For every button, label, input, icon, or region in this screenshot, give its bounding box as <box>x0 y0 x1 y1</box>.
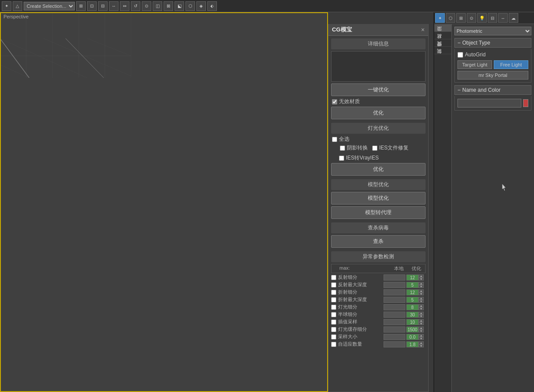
param-rows: 反射细分 12 ▲ ▼ 反射最大深度 5 ▲ ▼ 折射细分 <box>331 274 426 347</box>
param-spin-up-2[interactable]: ▲ <box>419 289 424 292</box>
param-spin-up-7[interactable]: ▲ <box>419 326 424 330</box>
svg-rect-0 <box>0 12 131 78</box>
photometric-dropdown[interactable]: Photometric <box>454 27 531 35</box>
toolbar-icon-11[interactable]: ⊠ <box>164 1 173 11</box>
toolbar-icon-7[interactable]: ⇔ <box>120 1 129 11</box>
param-checkbox-0[interactable] <box>331 275 336 280</box>
param-checkbox-5[interactable] <box>331 312 336 317</box>
toolbar-icon-13[interactable]: ⬡ <box>185 1 195 11</box>
param-spin-up-6[interactable]: ▲ <box>419 319 424 322</box>
target-light-btn[interactable]: Target Light <box>457 60 492 69</box>
tab-extra1[interactable]: ↔ <box>498 13 508 23</box>
param-label-3: 折射最大深度 <box>338 296 383 303</box>
param-spin-up-3[interactable]: ▲ <box>419 297 424 300</box>
param-spin-down-9[interactable]: ▼ <box>419 344 424 347</box>
param-checkbox-1[interactable] <box>331 282 336 288</box>
viewport-label: Perspective <box>3 14 28 19</box>
toolbar-icon-9[interactable]: ⊙ <box>142 1 151 11</box>
right-panel-tabs: ✦ ⬡ ⊞ ⊙ 💡 ⊟ ↔ ☁ <box>434 12 534 24</box>
autogrid-checkbox[interactable] <box>457 52 463 58</box>
tab-motion[interactable]: ⊙ <box>467 13 476 23</box>
sidebar-item-file[interactable]: 文件管理 <box>434 46 451 54</box>
tab-create[interactable]: ✦ <box>435 13 445 23</box>
param-spinners-9: ▲ ▼ <box>419 341 424 347</box>
cg-panel-close-btn[interactable]: × <box>421 26 425 33</box>
param-spin-up-8[interactable]: ▲ <box>419 334 424 337</box>
toolbar-icon-2[interactable]: △ <box>13 1 22 11</box>
toolbar-icon-10[interactable]: ◫ <box>153 1 162 11</box>
param-spin-down-5[interactable]: ▼ <box>419 315 424 318</box>
param-opt-val-3: 5 <box>406 297 419 303</box>
toolbar-icon-15[interactable]: ⬖ <box>207 1 217 11</box>
toolbar-icon-4[interactable]: ⊡ <box>87 1 97 11</box>
model-section: 模型优化 模型优化 模型转代理 <box>331 179 426 219</box>
param-checkbox-2[interactable] <box>331 290 336 295</box>
select-all-checkbox[interactable] <box>332 137 337 142</box>
param-checkbox-4[interactable] <box>331 305 336 310</box>
sidebar-item-copy[interactable]: 复制 <box>434 54 451 61</box>
model-proxy-btn[interactable]: 模型转代理 <box>331 206 426 219</box>
toolbar-icon-1[interactable]: ✦ <box>2 1 11 11</box>
param-label-2: 折射细分 <box>338 289 383 295</box>
name-color-rollout-header[interactable]: − Name and Color <box>454 85 531 95</box>
param-spin-up-1[interactable]: ▲ <box>419 282 424 285</box>
param-checkbox-7[interactable] <box>331 327 336 332</box>
toolbar-icon-5[interactable]: ⊟ <box>98 1 108 11</box>
param-spin-down-2[interactable]: ▼ <box>419 292 424 295</box>
param-checkbox-9[interactable] <box>331 342 336 347</box>
toolbar-icon-14[interactable]: ◈ <box>196 1 206 11</box>
tab-hierarchy[interactable]: ⊞ <box>456 13 466 23</box>
tab-extra2[interactable]: ☁ <box>509 13 518 23</box>
toolbar-icon-8[interactable]: ↺ <box>131 1 140 11</box>
create-selection-dropdown[interactable]: Create Selection... <box>24 2 75 10</box>
free-light-btn[interactable]: Free Light <box>494 60 528 69</box>
param-opt-group-1: 5 ▲ ▼ <box>406 282 426 288</box>
param-opt-group-2: 12 ▲ ▼ <box>406 289 426 295</box>
ies-fix-checkbox[interactable] <box>372 146 377 151</box>
material-optimize-btn[interactable]: 优化 <box>331 107 426 119</box>
toolbar-icon-12[interactable]: ⬕ <box>175 1 184 11</box>
toolbar-icon-3[interactable]: ⊞ <box>76 1 86 11</box>
param-spin-up-4[interactable]: ▲ <box>419 304 424 307</box>
object-type-rollout-header[interactable]: − Object Type <box>454 38 531 48</box>
param-opt-val-5: 30 <box>406 312 419 318</box>
no-material-checkbox[interactable] <box>332 99 337 104</box>
sidebar-item-render[interactable]: 渲染 <box>434 31 451 39</box>
toolbar-icon-6[interactable]: ↔ <box>109 1 119 11</box>
param-spin-up-9[interactable]: ▲ <box>419 341 424 344</box>
param-checkbox-3[interactable] <box>331 297 336 302</box>
param-local-8 <box>384 334 405 340</box>
param-checkbox-8[interactable] <box>331 334 336 340</box>
param-spin-down-6[interactable]: ▼ <box>419 322 424 325</box>
one-click-btn[interactable]: 一键优化 <box>331 83 426 96</box>
light-type-row: Target Light Free Light <box>457 60 528 69</box>
light-section: 灯光优化 全选 阴影转换 IES文件修复 IES转VrayIES 优化 <box>331 123 426 176</box>
param-row: 折射细分 12 ▲ ▼ <box>331 289 426 295</box>
cg-panel: CG模宝 × 详细信息 一键优化 无效材质 优化 灯光优化 全选 <box>328 24 429 392</box>
param-label-8: 采样大小 <box>338 333 383 340</box>
param-spin-down-0[interactable]: ▼ <box>419 278 424 281</box>
param-spin-down-8[interactable]: ▼ <box>419 337 424 340</box>
param-spin-down-4[interactable]: ▼ <box>419 307 424 310</box>
sky-portal-btn[interactable]: mr Sky Portal <box>457 71 528 80</box>
param-checkbox-6[interactable] <box>331 319 336 325</box>
tab-utilities[interactable]: ⊟ <box>488 13 497 23</box>
param-spin-down-7[interactable]: ▼ <box>419 330 424 333</box>
virus-kill-btn[interactable]: 查杀 <box>331 235 426 248</box>
ies-vray-checkbox[interactable] <box>339 156 344 161</box>
virus-section: 查杀病毒 查杀 <box>331 222 426 248</box>
param-spin-up-5[interactable]: ▲ <box>419 312 424 315</box>
param-spin-down-1[interactable]: ▼ <box>419 285 424 288</box>
tab-display[interactable]: 💡 <box>477 13 487 23</box>
no-material-row: 无效材质 <box>331 98 426 105</box>
light-optimize-btn[interactable]: 优化 <box>331 163 426 176</box>
param-spin-up-0[interactable]: ▲ <box>419 274 424 278</box>
tab-modify[interactable]: ⬡ <box>446 13 455 23</box>
model-optimize-btn[interactable]: 模型优化 <box>331 192 426 205</box>
sidebar-item-scene[interactable]: 场景优化 <box>434 24 451 31</box>
object-name-input[interactable] <box>457 99 521 108</box>
param-spin-down-3[interactable]: ▼ <box>419 300 424 303</box>
shadow-checkbox[interactable] <box>340 146 345 151</box>
color-swatch[interactable] <box>523 99 528 107</box>
sidebar-item-material[interactable]: 材质 <box>434 39 451 46</box>
